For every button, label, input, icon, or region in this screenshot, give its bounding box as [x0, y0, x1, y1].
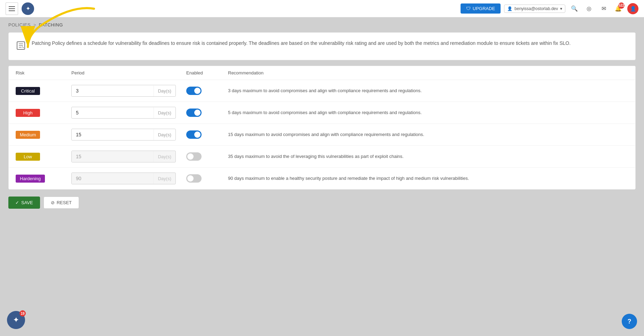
upgrade-button[interactable]: 🛡 UPGRADE	[461, 3, 501, 14]
col-period: Period	[71, 70, 186, 75]
search-button[interactable]: 🔍	[569, 3, 580, 14]
chevron-down-icon: ▾	[560, 6, 562, 11]
period-cell: Day(s)	[71, 85, 186, 97]
action-bar: ✓ SAVE ⊘ RESET	[8, 197, 636, 209]
save-button[interactable]: ✓ SAVE	[8, 197, 40, 209]
risk-badge-hardening: Hardening	[16, 175, 45, 183]
recommendation-cell: 3 days maximum to avoid compromises and …	[228, 88, 628, 94]
user-icon: 👤	[507, 6, 512, 11]
info-box: Patching Policy defines a schedule for v…	[8, 32, 636, 60]
table-row: LowDay(s)35 days maximum to avoid the of…	[9, 146, 635, 168]
toggle-slider	[186, 152, 202, 161]
col-risk: Risk	[16, 70, 71, 75]
table-row: HighDay(s)5 days maximum to avoid compro…	[9, 102, 635, 124]
save-label: SAVE	[21, 200, 33, 205]
breadcrumb-parent[interactable]: POLICIES	[8, 22, 31, 27]
period-unit: Day(s)	[154, 107, 175, 118]
hamburger-line-3	[9, 10, 15, 11]
check-icon: ✓	[15, 200, 19, 205]
recommendation-text: 5 days maximum to avoid compromises and …	[228, 110, 422, 115]
period-input-low	[72, 151, 154, 162]
period-cell: Day(s)	[71, 151, 186, 162]
header-left: ✦	[6, 2, 456, 15]
header-right: 🛡 UPGRADE 👤 benyissa@ostorlab.dev ▾ 🔍 ◎ …	[461, 3, 638, 14]
recommendation-cell: 35 days maximum to avoid the of leveragi…	[228, 153, 628, 160]
period-unit: Day(s)	[154, 129, 175, 140]
notification-badge: 522	[618, 2, 625, 9]
risk-cell: Low	[16, 153, 71, 161]
policy-icon	[16, 40, 26, 53]
period-unit: Day(s)	[154, 173, 175, 184]
recommendation-text: 3 days maximum to avoid compromises and …	[228, 88, 422, 93]
help-icon: ?	[628, 318, 631, 325]
bottom-logo[interactable]: ✦ 19	[7, 311, 25, 329]
toggle-high[interactable]	[186, 109, 202, 117]
hamburger-line-1	[9, 6, 15, 7]
toggle-medium[interactable]	[186, 130, 202, 139]
risk-cell: Hardening	[16, 175, 71, 183]
enabled-cell	[186, 152, 228, 161]
table-row: MediumDay(s)15 days maximum to avoid com…	[9, 124, 635, 146]
notification-button[interactable]: 🔔 522	[613, 3, 624, 14]
recommendation-text: 35 days maximum to avoid the of leveragi…	[228, 154, 403, 159]
help-button[interactable]: ?	[622, 314, 637, 329]
table-header: Risk Period Enabled Recommendation	[9, 66, 635, 80]
period-input-high[interactable]	[72, 107, 154, 118]
risk-cell: Critical	[16, 87, 71, 95]
risk-cell: Medium	[16, 131, 71, 139]
bottom-logo-badge: 19	[19, 310, 26, 317]
main-content: Patching Policy defines a schedule for v…	[0, 32, 644, 217]
period-input-medium[interactable]	[72, 129, 154, 140]
recommendation-cell: 15 days maximum to avoid compromises and…	[228, 131, 628, 138]
col-recommendation: Recommendation	[228, 70, 628, 75]
reset-button[interactable]: ⊘ RESET	[44, 197, 79, 209]
breadcrumb-separator: >	[33, 22, 36, 27]
recommendation-cell: 90 days maximum to enable a healthy secu…	[228, 175, 628, 182]
enabled-cell	[186, 109, 228, 117]
user-dropdown[interactable]: 👤 benyissa@ostorlab.dev ▾	[504, 5, 565, 13]
reset-icon: ⊘	[51, 200, 55, 205]
enabled-cell	[186, 130, 228, 139]
breadcrumb: POLICIES > PATCHING	[0, 17, 644, 32]
toggle-slider	[186, 87, 202, 95]
period-cell: Day(s)	[71, 129, 186, 141]
toggle-slider	[186, 130, 202, 139]
risk-badge-critical: Critical	[16, 87, 40, 95]
period-input-critical[interactable]	[72, 85, 154, 96]
risk-badge-low: Low	[16, 153, 40, 161]
col-enabled: Enabled	[186, 70, 228, 75]
risk-badge-high: High	[16, 109, 40, 117]
table-row: CriticalDay(s)3 days maximum to avoid co…	[9, 80, 635, 102]
toggle-critical[interactable]	[186, 87, 202, 95]
toggle-slider	[186, 174, 202, 183]
avatar: 👤	[627, 3, 638, 14]
risk-cell: High	[16, 109, 71, 117]
recommendation-text: 15 days maximum to avoid compromises and…	[228, 132, 424, 137]
period-cell: Day(s)	[71, 173, 186, 184]
toggle-hardening[interactable]	[186, 174, 202, 183]
enabled-cell	[186, 87, 228, 95]
policy-table: Risk Period Enabled Recommendation Criti…	[8, 66, 636, 190]
search-icon: 🔍	[571, 5, 578, 12]
header: ✦ 🛡 UPGRADE 👤 benyissa@ostorlab.dev ▾ 🔍 …	[0, 0, 644, 17]
table-row: HardeningDay(s)90 days maximum to enable…	[9, 168, 635, 189]
target-button[interactable]: ◎	[583, 3, 595, 14]
upgrade-label: UPGRADE	[473, 6, 495, 11]
period-cell: Day(s)	[71, 107, 186, 119]
message-button[interactable]: ✉	[598, 3, 609, 14]
enabled-cell	[186, 174, 228, 183]
recommendation-text: 90 days maximum to enable a healthy secu…	[228, 176, 469, 181]
user-email: benyissa@ostorlab.dev	[515, 6, 558, 11]
period-unit: Day(s)	[154, 151, 175, 162]
toggle-slider	[186, 109, 202, 117]
menu-button[interactable]	[6, 2, 18, 15]
toggle-low[interactable]	[186, 152, 202, 161]
breadcrumb-current: PATCHING	[39, 22, 63, 27]
message-icon: ✉	[602, 5, 606, 12]
shield-icon: 🛡	[466, 6, 471, 11]
hamburger-line-2	[9, 8, 15, 9]
target-icon: ◎	[587, 5, 591, 12]
reset-label: RESET	[57, 200, 72, 205]
recommendation-cell: 5 days maximum to avoid compromises and …	[228, 110, 628, 116]
bottom-logo-circle[interactable]: ✦ 19	[7, 311, 25, 329]
